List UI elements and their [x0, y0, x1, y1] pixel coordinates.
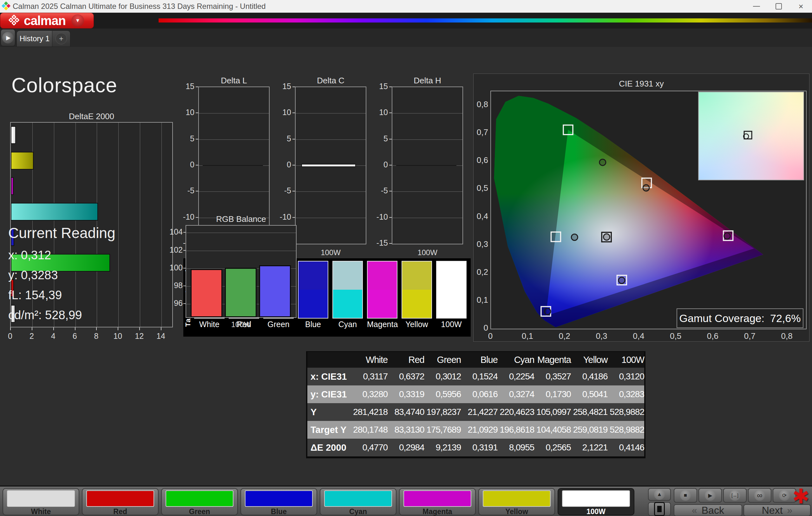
reading-2: fL: 154,39 — [8, 289, 62, 302]
delta_h-tickmark — [389, 87, 392, 87]
cie-measured-cyan — [571, 234, 578, 241]
delta_l-ytick: -5 — [175, 186, 195, 195]
tab-history-1[interactable]: History 1 — [17, 30, 53, 47]
delta_h-tickmark — [389, 139, 392, 140]
transport-pattern-size[interactable]: [↔] — [723, 488, 747, 503]
deltae-tick — [32, 327, 32, 330]
minimize-button[interactable] — [745, 0, 767, 13]
reading-3: cd/m²: 528,99 — [8, 308, 82, 322]
delta_c-x-label: 100W — [295, 248, 366, 257]
delta_h-gridline — [393, 191, 462, 192]
pattern-button-100w[interactable]: 100W — [558, 488, 634, 515]
table-cell: 220,4623 — [498, 407, 534, 417]
swatch-name: 100W — [436, 320, 467, 329]
current-reading-title: Current Reading — [8, 224, 115, 242]
delta_c-tickmark — [292, 139, 295, 140]
table-cell: 197,8237 — [425, 407, 461, 417]
rgb-ytick: 98 — [158, 281, 183, 290]
delta_c-chart — [295, 87, 366, 244]
next-button[interactable]: Next » — [744, 504, 811, 516]
table-cell: 175,7689 — [425, 425, 461, 435]
pattern-swatch-magenta — [403, 490, 471, 507]
calman-menu-arrow[interactable]: ▼ — [71, 14, 84, 27]
deltae-tick — [118, 327, 118, 330]
chevrons-right-icon: » — [787, 505, 793, 516]
table-cell: 105,0997 — [534, 407, 571, 417]
infinite-loop-icon: ∞ — [754, 490, 765, 501]
measurement-table: WhiteRedGreenBlueCyanMagentaYellow100Wx:… — [306, 351, 645, 458]
delta_h-gridline — [393, 140, 462, 140]
transport-play[interactable]: ▶ — [698, 488, 722, 503]
swatch-cyan: Cyan — [332, 261, 363, 329]
pattern-button-cyan[interactable]: Cyan — [320, 488, 397, 515]
pattern-window-up-button[interactable]: ▲ — [648, 488, 671, 501]
table-cell: 258,4821 — [571, 407, 608, 417]
table-cell: 0,2254 — [498, 371, 534, 382]
table-cell: 104,4058 — [534, 425, 571, 435]
pattern-swatch-white — [7, 490, 75, 507]
pattern-label: Cyan — [320, 508, 396, 516]
pattern-window-button[interactable] — [648, 502, 671, 516]
cie-whitepoint-inset — [698, 92, 804, 180]
rainbow-strip — [158, 19, 812, 23]
cie-ytick: 0,1 — [473, 295, 488, 305]
calman-menu-button[interactable]: calman ▼ — [0, 13, 94, 29]
table-col-white: White — [351, 355, 388, 365]
delta_h-ytick: 5 — [369, 134, 388, 143]
deltae-gridline — [118, 123, 119, 327]
cie-xtick: 0,6 — [700, 331, 725, 341]
deltae-tick — [139, 327, 140, 330]
pattern-label: Magenta — [400, 508, 475, 516]
pattern-button-yellow[interactable]: Yellow — [478, 488, 555, 515]
history-nav-button[interactable]: ▶ — [1, 29, 15, 46]
swatch-stack-yellow — [402, 261, 432, 318]
pattern-button-green[interactable]: Green — [161, 488, 238, 515]
swatch-name: Yellow — [402, 320, 432, 329]
pattern-button-magenta[interactable]: Magenta — [399, 488, 476, 515]
pattern-swatch-blue — [245, 490, 313, 507]
deltae-tick-label: 14 — [153, 332, 169, 341]
table-col-100w: 100W — [607, 355, 644, 365]
close-button[interactable]: × — [790, 0, 812, 13]
restore-icon — [776, 3, 782, 9]
pattern-button-blue[interactable]: Blue — [240, 488, 317, 515]
close-icon: × — [799, 2, 803, 11]
swatch-100w: 100W — [436, 261, 467, 329]
transport-stop[interactable]: ■ — [674, 488, 697, 503]
swatch-blue: Blue — [298, 261, 328, 329]
transport-infinite-loop[interactable]: ∞ — [748, 488, 772, 503]
deltae-tick-label: 0 — [2, 332, 18, 341]
table-cell: 281,4218 — [351, 407, 388, 417]
pattern-button-white[interactable]: White — [3, 488, 79, 515]
main-content: Colorspace DeltaE 2000 02468101214 Delta… — [0, 47, 812, 486]
table-col-cyan: Cyan — [498, 355, 534, 365]
delta_l-gridline — [199, 113, 269, 114]
chevrons-left-icon: « — [692, 505, 697, 516]
pattern-label: Red — [83, 508, 158, 516]
swatch-actual — [437, 262, 466, 290]
pattern-swatch-100w — [562, 490, 630, 507]
table-cell: 0,4186 — [571, 371, 608, 382]
table-row-y-cie31: y: CIE310,32800,33190,59560,06160,32740,… — [307, 386, 644, 403]
table-cell: 0,6372 — [387, 371, 425, 382]
table-cell: 528,9882 — [607, 425, 644, 435]
table-cell: 83,3130 — [387, 425, 425, 435]
deltae-gridline — [140, 123, 140, 327]
cie-xtick: 0,8 — [774, 331, 800, 341]
delta_h-ytick: 10 — [369, 108, 388, 117]
delta_h-ytick: 15 — [369, 82, 388, 91]
table-cell: 21,4227 — [461, 407, 498, 417]
delta_l-tickmark — [196, 191, 198, 191]
table-cell: 0,4146 — [607, 443, 644, 453]
back-button[interactable]: « Back — [674, 504, 742, 516]
gamut-coverage-label: Gamut Coverage: — [679, 312, 764, 325]
page-title: Colorspace — [11, 73, 117, 97]
table-cell: 0,5956 — [425, 389, 461, 399]
add-tab-button[interactable]: + — [52, 30, 70, 47]
deltae2000-chart-title: DeltaE 2000 — [10, 112, 173, 121]
deltae-gridline — [162, 123, 162, 327]
delta_h-ytick: -5 — [369, 186, 388, 195]
table-cell: 0,3527 — [534, 371, 571, 382]
pattern-button-red[interactable]: Red — [82, 488, 158, 515]
restore-button[interactable] — [767, 0, 790, 13]
